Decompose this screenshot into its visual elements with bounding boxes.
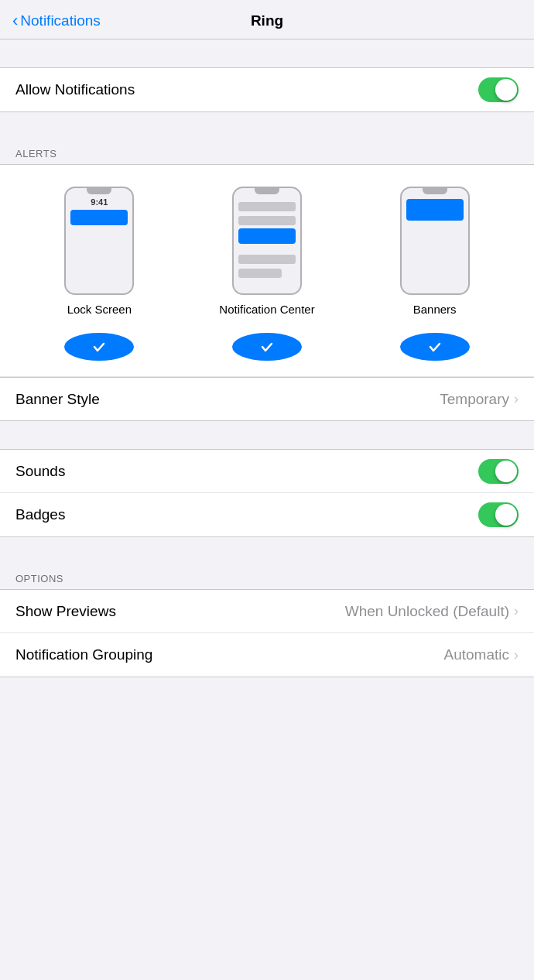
allow-notifications-toggle[interactable] [478,77,519,102]
notification-center-check[interactable] [232,333,302,361]
lock-screen-illustration: 9:41 [64,187,134,295]
back-button[interactable]: ‹ Notifications [12,12,101,29]
banner-style-row[interactable]: Banner Style Temporary › [0,377,534,420]
nav-header: ‹ Notifications Ring [0,0,534,39]
phone-notch-2 [255,188,279,194]
sounds-badges-card: Sounds Badges [0,449,534,537]
back-chevron-icon: ‹ [12,12,18,29]
lock-screen-label: Lock Screen [67,303,132,316]
notification-grouping-value-group: Automatic › [444,646,519,663]
show-previews-row[interactable]: Show Previews When Unlocked (Default) › [0,590,534,633]
notification-center-illustration [232,187,302,295]
checkmarks-row [0,325,534,376]
banner-style-chevron: › [514,391,519,407]
show-previews-value-group: When Unlocked (Default) › [345,603,519,620]
notif-line-4 [238,269,282,278]
notification-lines-2 [238,255,296,278]
page-title: Ring [251,12,283,29]
notif-line-blue [238,228,296,244]
alert-item-notification-center[interactable]: Notification Center [183,187,351,316]
options-card: Show Previews When Unlocked (Default) › … [0,589,534,677]
notification-grouping-chevron: › [514,647,519,663]
allow-notifications-label: Allow Notifications [15,81,135,98]
alerts-section-header: ALERTS [0,140,534,164]
bottom-gap [0,677,534,705]
alert-item-banners[interactable]: Banners [351,187,519,316]
checkmark-icon-3 [427,339,443,355]
options-gap [0,537,534,565]
notification-grouping-label: Notification Grouping [15,646,152,663]
checkmark-icon-2 [259,339,275,355]
show-previews-chevron: › [514,603,519,619]
back-label: Notifications [20,12,101,29]
banners-banner [406,199,464,221]
badges-toggle[interactable] [478,502,519,527]
alert-item-lock-screen[interactable]: 9:41 Lock Screen [15,187,183,316]
lock-screen-banner [70,210,128,225]
sounds-gap [0,421,534,449]
allow-notifications-row: Allow Notifications [0,68,534,111]
alerts-gap [0,112,534,140]
phone-notch [87,188,111,194]
banners-label: Banners [413,303,457,316]
banners-check[interactable] [400,333,470,361]
show-previews-label: Show Previews [15,603,116,620]
badges-row: Badges [0,493,534,536]
sounds-toggle-thumb [495,461,517,482]
lock-screen-check[interactable] [64,333,134,361]
sounds-row: Sounds [0,450,534,493]
banner-style-value: Temporary [440,391,509,408]
notification-grouping-row[interactable]: Notification Grouping Automatic › [0,633,534,677]
notification-center-check-wrapper [183,333,351,361]
banners-check-wrapper [351,333,519,361]
toggle-thumb [495,79,517,101]
notif-line-1 [238,202,296,211]
allow-notifications-card: Allow Notifications [0,67,534,112]
top-gap [0,39,534,67]
options-section-header: OPTIONS [0,565,534,589]
alerts-card: 9:41 Lock Screen Notification Center [0,164,534,421]
alerts-icons-row: 9:41 Lock Screen Notification Center [0,165,534,325]
notification-center-label: Notification Center [219,303,314,316]
phone-notch-3 [423,188,447,194]
notification-lines [238,202,296,225]
notif-line-2 [238,216,296,225]
sounds-toggle[interactable] [478,459,519,484]
notif-line-3 [238,255,296,264]
lock-screen-check-wrapper [15,333,183,361]
checkmark-icon-1 [91,339,107,355]
phone-time: 9:41 [66,197,132,207]
banners-illustration [400,187,470,295]
show-previews-value: When Unlocked (Default) [345,603,509,620]
badges-label: Badges [15,506,65,523]
notification-grouping-value: Automatic [444,646,509,663]
badges-toggle-thumb [495,504,517,526]
sounds-label: Sounds [15,463,65,480]
banner-style-value-group: Temporary › [440,391,519,408]
banner-style-label: Banner Style [15,391,100,408]
